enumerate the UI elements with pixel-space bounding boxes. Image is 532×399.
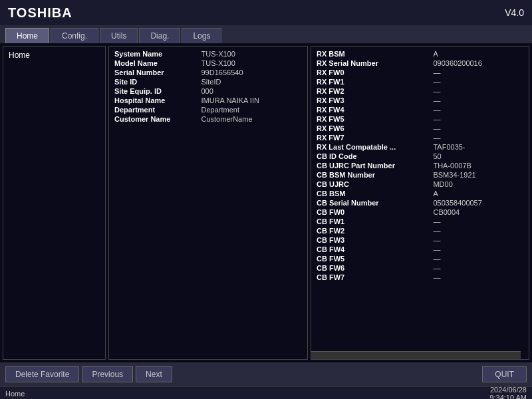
rx-cb-value: — xyxy=(430,133,526,142)
right-scroll-container[interactable]: RX BSMARX Serial Number090360200016RX FW… xyxy=(311,47,529,359)
sidebar-home-label: Home xyxy=(6,49,102,61)
rx-cb-label: RX FW6 xyxy=(314,124,430,133)
rx-cb-label: RX Last Compatable ... xyxy=(314,142,430,152)
rx-cb-label: RX FW3 xyxy=(314,96,430,105)
rx-cb-value: — xyxy=(430,86,526,96)
rx-cb-label: CB BSM xyxy=(314,189,430,198)
system-info-label: Hospital Name xyxy=(112,96,199,105)
rx-cb-info-row: CB Serial Number050358400057 xyxy=(314,198,526,207)
rx-cb-value: — xyxy=(430,114,526,124)
rx-cb-info-row: RX FW0— xyxy=(314,68,526,77)
bottom-left-buttons: Delete Favorite Previous Next xyxy=(5,366,172,382)
rx-cb-label: CB FW3 xyxy=(314,235,430,245)
system-info-row: Hospital NameIMURA NAIKA IIN xyxy=(112,96,305,105)
system-info-value: Department xyxy=(199,105,305,114)
rx-cb-info-table: RX BSMARX Serial Number090360200016RX FW… xyxy=(314,49,526,282)
left-sidebar: Home xyxy=(3,46,106,360)
system-info-label: Site Equip. ID xyxy=(112,86,199,96)
rx-cb-value: — xyxy=(430,235,526,245)
rx-cb-value: THA-0007B xyxy=(430,161,526,170)
rx-cb-info-row: RX FW4— xyxy=(314,105,526,114)
system-info-row: Serial Number99D1656540 xyxy=(112,68,305,77)
status-date: 2024/06/28 xyxy=(490,386,527,394)
system-info-table: System NameTUS-X100Model NameTUS-X100Ser… xyxy=(112,49,305,124)
rx-cb-info-row: CB ID Code50 xyxy=(314,152,526,161)
rx-cb-label: CB FW2 xyxy=(314,226,430,235)
rx-cb-info-row: CB FW6— xyxy=(314,263,526,273)
delete-favorite-button[interactable]: Delete Favorite xyxy=(5,366,79,382)
system-info-value: CustomerName xyxy=(199,114,305,124)
system-info-label: Department xyxy=(112,105,199,114)
system-info-value: 99D1656540 xyxy=(199,68,305,77)
system-info-row: Customer NameCustomerName xyxy=(112,114,305,124)
rx-cb-label: RX FW2 xyxy=(314,86,430,96)
rx-cb-info-row: RX FW6— xyxy=(314,124,526,133)
previous-button[interactable]: Previous xyxy=(82,366,133,382)
system-info-row: System NameTUS-X100 xyxy=(112,49,305,59)
rx-cb-label: RX FW4 xyxy=(314,105,430,114)
system-info-label: Customer Name xyxy=(112,114,199,124)
top-bar: TOSHIBA V4.0 xyxy=(0,0,532,25)
rx-cb-value: BSM34-1921 xyxy=(430,170,526,180)
rx-cb-info-row: CB BSMA xyxy=(314,189,526,198)
app-logo: TOSHIBA xyxy=(8,5,72,21)
rx-cb-value: — xyxy=(430,245,526,254)
rx-cb-info-row: CB FW1— xyxy=(314,217,526,226)
rx-cb-info-row: CB FW0CB0004 xyxy=(314,207,526,217)
status-bar: Home 2024/06/28 9:34:10 AM xyxy=(0,386,532,399)
rx-cb-label: RX FW1 xyxy=(314,77,430,86)
system-info-value: 000 xyxy=(199,86,305,96)
rx-cb-info-row: CB FW2— xyxy=(314,226,526,235)
rx-cb-info-row: CB FW5— xyxy=(314,254,526,263)
rx-cb-info-row: CB UJRCMD00 xyxy=(314,180,526,189)
rx-cb-value: A xyxy=(430,189,526,198)
system-info-row: DepartmentDepartment xyxy=(112,105,305,114)
app-version: V4.0 xyxy=(505,7,524,18)
tab-utils[interactable]: Utils xyxy=(100,28,138,43)
rx-cb-label: CB Serial Number xyxy=(314,198,430,207)
rx-cb-info-row: CB BSM NumberBSM34-1921 xyxy=(314,170,526,180)
rx-cb-label: CB FW1 xyxy=(314,217,430,226)
rx-cb-value: — xyxy=(430,68,526,77)
rx-cb-info-row: CB FW7— xyxy=(314,273,526,282)
rx-cb-info-row: RX Serial Number090360200016 xyxy=(314,59,526,68)
rx-cb-value: 090360200016 xyxy=(430,59,526,68)
rx-cb-label: CB UJRC xyxy=(314,180,430,189)
rx-cb-label: RX FW5 xyxy=(314,114,430,124)
rx-cb-value: — xyxy=(430,226,526,235)
rx-cb-label: CB UJRC Part Number xyxy=(314,161,430,170)
rx-cb-value: TAF0035- xyxy=(430,142,526,152)
system-info-value: TUS-X100 xyxy=(199,59,305,68)
tab-config[interactable]: Config. xyxy=(51,28,98,43)
rx-cb-label: RX FW7 xyxy=(314,133,430,142)
rx-cb-value: 50 xyxy=(430,152,526,161)
rx-cb-value: CB0004 xyxy=(430,207,526,217)
tab-bar: Home Config. Utils Diag. Logs xyxy=(0,25,532,43)
rx-cb-value: MD00 xyxy=(430,180,526,189)
horizontal-scrollbar[interactable] xyxy=(311,351,521,359)
tab-home[interactable]: Home xyxy=(5,28,49,43)
status-home-label: Home xyxy=(5,390,25,398)
system-info-row: Site Equip. ID000 xyxy=(112,86,305,96)
system-info-value: IMURA NAIKA IIN xyxy=(199,96,305,105)
rx-cb-value: — xyxy=(430,124,526,133)
rx-cb-info-row: RX FW3— xyxy=(314,96,526,105)
rx-cb-value: — xyxy=(430,105,526,114)
system-info-value: SiteID xyxy=(199,77,305,86)
rx-cb-info-row: RX BSMA xyxy=(314,49,526,59)
main-content: Home System NameTUS-X100Model NameTUS-X1… xyxy=(0,43,532,362)
rx-cb-value: — xyxy=(430,96,526,105)
rx-cb-info-row: RX FW5— xyxy=(314,114,526,124)
next-button[interactable]: Next xyxy=(136,366,172,382)
system-info-label: Model Name xyxy=(112,59,199,68)
right-panel: RX BSMARX Serial Number090360200016RX FW… xyxy=(311,46,529,360)
rx-cb-label: CB ID Code xyxy=(314,152,430,161)
tab-logs[interactable]: Logs xyxy=(182,28,221,43)
rx-cb-label: CB FW4 xyxy=(314,245,430,254)
rx-cb-label: CB FW6 xyxy=(314,263,430,273)
quit-button[interactable]: QUIT xyxy=(482,366,527,382)
rx-cb-label: CB FW7 xyxy=(314,273,430,282)
tab-diag[interactable]: Diag. xyxy=(139,28,180,43)
system-info-label: Serial Number xyxy=(112,68,199,77)
system-info-row: Site IDSiteID xyxy=(112,77,305,86)
